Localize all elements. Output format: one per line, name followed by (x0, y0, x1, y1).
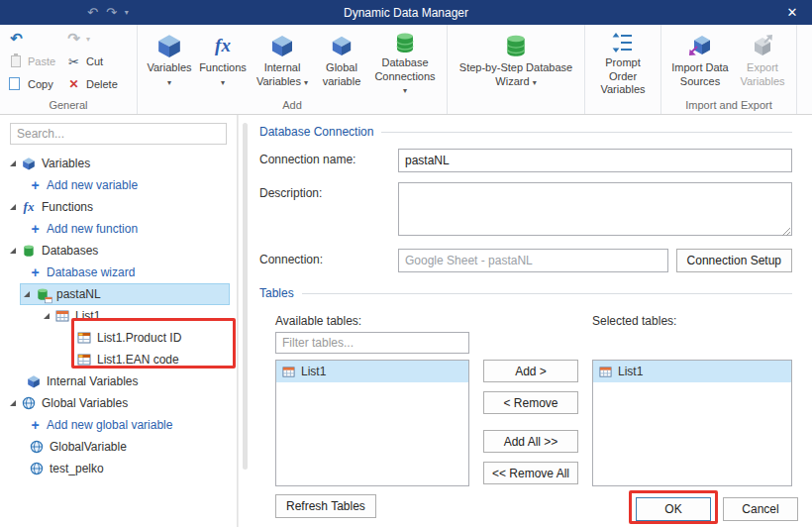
table-icon (55, 309, 69, 323)
redo-button[interactable]: ↷▾ (63, 29, 131, 49)
tree-label: Add new global variable (47, 418, 172, 432)
tree-label: List1.Product ID (97, 331, 181, 345)
tree-item-functions[interactable]: fx Functions (0, 196, 237, 218)
selected-tables-label: Selected tables: (592, 314, 792, 332)
tree-item-add-new-variable[interactable]: + Add new variable (0, 174, 237, 196)
variables-cube-icon (156, 33, 182, 58)
dropdown-caret-icon: ▾ (304, 78, 308, 87)
add-icon: + (30, 221, 41, 237)
tree-label: List1 (75, 309, 100, 323)
ribbon-group-wizard: Step-by-Step Database Wizard ▾ (448, 25, 585, 114)
database-connections-label: Database Connections (374, 56, 435, 82)
dropdown-caret-icon: ▾ (86, 35, 90, 44)
tree-item-globalvariable[interactable]: GlobalVariable (0, 436, 237, 458)
tree-item-databases[interactable]: Databases (0, 240, 237, 262)
expander-icon[interactable] (10, 400, 16, 406)
internal-variables-cube-icon (270, 34, 294, 57)
tree-label: Functions (42, 200, 93, 214)
table-icon (599, 366, 612, 378)
cut-icon: ✂ (66, 54, 81, 69)
expander-icon[interactable] (24, 291, 30, 297)
close-button[interactable]: ✕ (778, 0, 806, 25)
undo-button[interactable]: ↶ (6, 29, 63, 49)
expander-icon[interactable] (10, 248, 16, 254)
paste-button[interactable]: Paste (6, 54, 63, 68)
table-field-icon (77, 331, 91, 345)
paste-icon (11, 55, 21, 67)
internal-variables-button[interactable]: Internal Variables ▾ (251, 28, 314, 97)
group-label-import-export: Import and Export (667, 97, 790, 114)
section-divider (381, 132, 792, 133)
selected-tables-listbox[interactable]: List1 (592, 360, 792, 486)
ok-button[interactable]: OK (636, 497, 711, 521)
global-variable-button[interactable]: Global variable (316, 28, 367, 97)
connection-name-input[interactable] (398, 149, 792, 172)
list-item-available-list1[interactable]: List1 (276, 361, 468, 382)
tree-label: Internal Variables (47, 374, 139, 388)
database-connections-button[interactable]: Database Connections ▾ (369, 28, 441, 97)
tree-label: Variables (42, 157, 90, 170)
search-input[interactable] (10, 123, 227, 145)
remove-table-button[interactable]: < Remove (483, 391, 578, 414)
prompt-order-variables-button[interactable]: Prompt Order Variables (591, 28, 655, 97)
globe-icon (30, 462, 44, 475)
add-icon: + (30, 177, 41, 193)
section-title-tables: Tables (259, 286, 294, 300)
variables-button[interactable]: Variables ▾ (144, 28, 195, 97)
step-by-step-database-wizard-button[interactable]: Step-by-Step Database Wizard ▾ (454, 28, 578, 97)
connection-setup-button[interactable]: Connection Setup (676, 249, 792, 272)
titlebar: ↶ ↷ ▾ Dynamic Data Manager ✕ (0, 0, 812, 25)
tree-item-add-new-global-variable[interactable]: + Add new global variable (0, 414, 237, 436)
tree-item-test-pelko[interactable]: test_pelko (0, 458, 237, 479)
functions-label: Functions (199, 61, 247, 73)
data-source-tree-panel: Variables + Add new variable fx Function… (0, 115, 238, 527)
globe-icon (30, 440, 44, 454)
add-table-button[interactable]: Add > (483, 360, 578, 382)
import-data-sources-label: Import Data Sources (671, 61, 728, 87)
import-data-sources-icon (688, 34, 712, 57)
group-label-wizard (454, 98, 578, 114)
prompt-order-variables-label: Prompt Order Variables (600, 56, 645, 96)
list-item-label: List1 (618, 365, 643, 378)
import-data-sources-button[interactable]: Import Data Sources (667, 28, 733, 97)
export-variables-button[interactable]: Export Variables (735, 28, 790, 97)
database-wizard-icon (503, 33, 529, 58)
tree-item-global-variables[interactable]: Global Variables (0, 392, 237, 414)
functions-button[interactable]: fx Functions ▾ (197, 28, 249, 97)
close-icon: ✕ (787, 5, 798, 20)
ribbon-group-prompt-order: Prompt Order Variables (585, 25, 661, 114)
available-tables-listbox[interactable]: List1 (275, 360, 469, 486)
copy-button[interactable]: Copy (6, 77, 63, 91)
scrollbar-thumb[interactable] (243, 123, 248, 470)
tree-item-list1-ean-code[interactable]: List1.EAN code (0, 349, 237, 370)
filter-tables-input[interactable] (275, 332, 469, 354)
description-textarea[interactable] (398, 182, 792, 236)
connection-label: Connection: (259, 249, 398, 266)
variable-cube-icon (22, 157, 36, 170)
expander-icon[interactable] (44, 313, 50, 319)
delete-button[interactable]: ✕Delete (63, 76, 131, 92)
add-all-tables-button[interactable]: Add All >> (483, 430, 578, 453)
refresh-tables-button[interactable]: Refresh Tables (275, 494, 376, 518)
ribbon-group-add: Variables ▾ fx Functions ▾ Internal Vari… (138, 25, 448, 114)
expander-icon[interactable] (10, 160, 16, 166)
tree-item-list1[interactable]: List1 (0, 305, 237, 327)
tree-item-internal-variables[interactable]: Internal Variables (0, 370, 237, 392)
list-item-selected-list1[interactable]: List1 (593, 361, 791, 382)
cut-button[interactable]: ✂Cut (63, 53, 131, 70)
copy-label: Copy (28, 78, 53, 90)
tree-item-list1-product-id[interactable]: List1.Product ID (0, 327, 237, 349)
tree-label: Add new function (47, 222, 138, 236)
ribbon-group-general: ↶ ↷▾ Paste ✂Cut Copy ✕Delete General (0, 25, 138, 114)
cancel-button[interactable]: Cancel (723, 497, 798, 521)
expander-icon[interactable] (10, 204, 16, 210)
tree-item-variables[interactable]: Variables (0, 153, 237, 174)
tree-label: GlobalVariable (50, 440, 127, 454)
prompt-order-icon (611, 31, 635, 54)
tree-item-pastanl[interactable]: pastaNL (0, 283, 237, 305)
tree-label: pastaNL (56, 287, 101, 301)
description-label: Description: (259, 182, 398, 200)
remove-all-tables-button[interactable]: << Remove All (483, 462, 578, 484)
tree-item-add-new-function[interactable]: + Add new function (0, 218, 237, 240)
tree-item-database-wizard[interactable]: + Database wizard (0, 262, 237, 283)
